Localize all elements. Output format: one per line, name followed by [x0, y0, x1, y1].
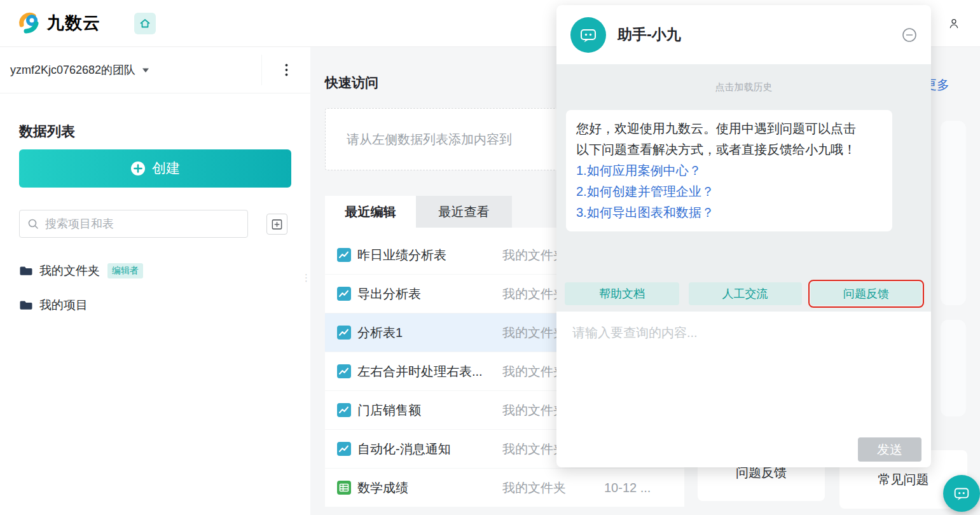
sidebar-item-my-folder[interactable]: 我的文件夹 编辑者: [19, 260, 143, 282]
quick-access-title: 快速访问: [325, 74, 378, 92]
assistant-message-card: 您好，欢迎使用九数云。使用中遇到问题可以点击 以下问题查看解决方式，或者直接反馈…: [566, 110, 892, 231]
app-root: 九数云 yzmf2Kjc0762682的团队: [0, 0, 980, 515]
line-chart-icon: [337, 442, 351, 456]
tab-recent-viewed[interactable]: 最近查看: [416, 196, 512, 228]
message-input[interactable]: [556, 312, 931, 426]
quick-actions-row: 帮助文档 人工交流 问题反馈: [565, 282, 921, 305]
chevron-down-icon[interactable]: [142, 67, 149, 73]
tab-recent-edited[interactable]: 最近编辑: [325, 196, 416, 228]
human-support-button[interactable]: 人工交流: [689, 282, 802, 305]
add-project-button[interactable]: [266, 214, 287, 235]
minimize-button[interactable]: [902, 27, 917, 43]
create-button-label: 创建: [152, 159, 180, 178]
line-chart-icon: [337, 248, 351, 262]
send-button[interactable]: 发送: [858, 437, 921, 462]
faq-card-label: 常见问题: [878, 471, 929, 488]
feedback-button-highlighted[interactable]: 问题反馈: [811, 282, 921, 305]
assistant-title: 助手-小九: [618, 25, 681, 45]
right-panel-strip: [941, 121, 966, 305]
row-name: 门店销售额: [357, 402, 494, 419]
create-button[interactable]: 创建: [19, 149, 291, 188]
search-icon: [27, 218, 39, 230]
row-folder: 我的文件夹: [502, 479, 566, 497]
minimize-circle-icon: [902, 27, 917, 43]
folder-icon: [19, 298, 33, 312]
row-name: 左右合并时处理右表...: [357, 363, 494, 380]
right-panel-strip: [941, 320, 966, 416]
assistant-input-area: 发送: [556, 312, 931, 467]
line-chart-icon: [337, 403, 351, 417]
welcome-text-line1: 您好，欢迎使用九数云。使用中遇到问题可以点击: [576, 118, 882, 139]
logo[interactable]: 九数云: [17, 10, 100, 36]
search-input[interactable]: [44, 217, 240, 231]
team-selector-row: yzmf2Kjc0762682的团队: [0, 47, 310, 93]
logo-text: 九数云: [47, 11, 100, 34]
sidebar-scroll-handle[interactable]: ⋮: [301, 275, 311, 280]
add-square-icon: [271, 218, 283, 231]
sidebar: yzmf2Kjc0762682的团队 数据列表 创建: [0, 47, 310, 515]
load-history-link[interactable]: 点击加载历史: [556, 64, 931, 93]
help-docs-button[interactable]: 帮助文档: [565, 282, 679, 305]
question-link-manage-enterprise[interactable]: 2.如何创建并管理企业？: [576, 181, 882, 202]
row-time: 10-12 ...: [604, 481, 651, 495]
dropzone-hint: 请从左侧数据列表添加内容到: [347, 131, 512, 148]
team-name[interactable]: yzmf2Kjc0762682的团队: [10, 62, 135, 78]
table-row[interactable]: 数学成绩 我的文件夹 10-12 ...: [325, 468, 684, 507]
row-name: 导出分析表: [357, 285, 494, 303]
jiushuyun-logo-icon: [17, 10, 42, 36]
assistant-panel: 助手-小九 点击加载历史 您好，欢迎使用九数云。使用中遇到问题可以点击 以下问题…: [556, 5, 931, 467]
kebab-menu-icon: [285, 64, 288, 76]
data-list-title: 数据列表: [19, 122, 75, 141]
plus-circle-icon: [130, 161, 146, 176]
assistant-avatar: [570, 17, 606, 53]
assistant-body: 点击加载历史 您好，欢迎使用九数云。使用中遇到问题可以点击 以下问题查看解决方式…: [556, 64, 931, 312]
row-name: 分析表1: [357, 324, 494, 341]
search-box: [19, 210, 248, 238]
user-icon: [949, 15, 959, 32]
question-link-case-center[interactable]: 1.如何应用案例中心？: [576, 160, 882, 181]
editor-badge: 编辑者: [107, 263, 143, 278]
line-chart-icon: [337, 364, 351, 378]
recent-tabs: 最近编辑 最近查看: [325, 196, 512, 228]
welcome-text-line2: 以下问题查看解决方式，或者直接反馈给小九哦！: [576, 139, 882, 160]
folder-icon: [19, 264, 33, 278]
team-menu-button[interactable]: [261, 55, 310, 85]
sidebar-item-label: 我的项目: [39, 297, 88, 313]
home-icon: [139, 18, 151, 29]
assistant-header: 助手-小九: [556, 5, 931, 64]
sidebar-item-my-project[interactable]: 我的项目: [19, 294, 88, 316]
line-chart-icon: [337, 287, 351, 301]
question-link-export-charts[interactable]: 3.如何导出图表和数据？: [576, 202, 882, 223]
home-button[interactable]: [134, 13, 156, 34]
user-account-button[interactable]: [945, 14, 963, 33]
row-name: 自动化-消息通知: [357, 441, 494, 458]
row-name: 昨日业绩分析表: [357, 247, 494, 264]
chat-bubble-icon: [952, 484, 971, 503]
floating-chat-button[interactable]: [943, 475, 980, 512]
row-name: 数学成绩: [357, 479, 494, 497]
sidebar-item-label: 我的文件夹: [39, 263, 100, 279]
chat-bubble-icon: [578, 25, 598, 45]
line-chart-icon: [337, 326, 351, 340]
table-grid-icon: [337, 481, 351, 495]
